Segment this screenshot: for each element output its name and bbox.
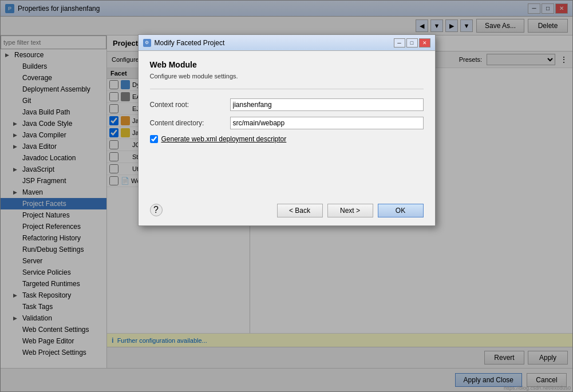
help-icon[interactable]: ?: [150, 204, 163, 216]
content-dir-row: Content directory:: [150, 117, 424, 129]
modal-close-button[interactable]: ✕: [419, 38, 430, 47]
back-button[interactable]: < Back: [277, 204, 323, 217]
modal-title-text: Modify Faceted Project: [155, 39, 225, 47]
modal-title-left: ⚙ Modify Faceted Project: [143, 39, 225, 47]
generate-xml-row: Generate web.xml deployment descriptor: [150, 135, 424, 143]
modify-faceted-dialog: ⚙ Modify Faceted Project ─ □ ✕ Web Modul…: [138, 34, 436, 226]
next-button[interactable]: Next >: [327, 204, 373, 217]
modal-content: Web Module Configure web module settings…: [139, 51, 435, 152]
context-root-row: Context root:: [150, 98, 424, 111]
modal-title-bar: ⚙ Modify Faceted Project ─ □ ✕: [139, 35, 435, 51]
modal-minimize-button[interactable]: ─: [394, 38, 405, 47]
context-root-input[interactable]: [230, 98, 424, 111]
modal-separator: [150, 89, 424, 89]
modal-controls: ─ □ ✕: [394, 38, 430, 47]
modal-maximize-button[interactable]: □: [406, 38, 418, 47]
generate-xml-checkbox[interactable]: [150, 135, 158, 143]
modal-section-title: Web Module: [150, 60, 424, 69]
modal-title-icon: ⚙: [143, 39, 151, 47]
ok-button[interactable]: OK: [378, 204, 424, 217]
modal-spacer: [139, 152, 435, 198]
content-dir-label: Content directory:: [150, 119, 230, 127]
context-root-label: Context root:: [150, 101, 230, 109]
content-dir-input[interactable]: [230, 117, 424, 129]
generate-xml-label[interactable]: Generate web.xml deployment descriptor: [161, 135, 287, 143]
modal-overlay: ⚙ Modify Faceted Project ─ □ ✕ Web Modul…: [0, 0, 573, 392]
modal-footer: ? < Back Next > OK: [139, 198, 435, 225]
modal-section-desc: Configure web module settings.: [150, 73, 424, 80]
